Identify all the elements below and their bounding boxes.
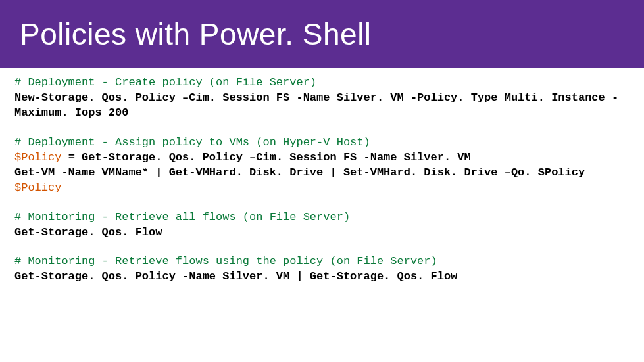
code-line: Get-Storage. Qos. Policy -Name Silver. V… bbox=[14, 269, 630, 284]
code-line: Get-Storage. Qos. Flow bbox=[14, 225, 630, 240]
variable-text: $Policy bbox=[14, 151, 68, 164]
code-line: $Policy = Get-Storage. Qos. Policy –Cim.… bbox=[14, 150, 630, 166]
variable-text: $Policy bbox=[14, 181, 61, 194]
slide-header: Policies with Power. Shell bbox=[0, 0, 644, 68]
command-text: Get-VM -Name VMName* | Get-VMHard. Disk.… bbox=[14, 166, 591, 179]
command-text: New-Storage. Qos. Policy –Cim. Session F… bbox=[14, 91, 618, 119]
code-block-4: # Monitoring - Retrieve flows using the … bbox=[14, 254, 630, 284]
code-line: New-Storage. Qos. Policy –Cim. Session F… bbox=[14, 91, 630, 121]
comment-line: # Deployment - Assign policy to VMs (on … bbox=[14, 135, 630, 150]
comment-line: # Monitoring - Retrieve flows using the … bbox=[14, 254, 630, 269]
code-block-2: # Deployment - Assign policy to VMs (on … bbox=[14, 135, 630, 196]
code-block-1: # Deployment - Create policy (on File Se… bbox=[14, 76, 630, 121]
comment-line: # Deployment - Create policy (on File Se… bbox=[14, 76, 630, 91]
command-text: Get-Storage. Qos. Flow bbox=[14, 226, 162, 238]
command-text: Get-Storage. Qos. Policy -Name Silver. V… bbox=[14, 270, 457, 283]
code-content: # Deployment - Create policy (on File Se… bbox=[0, 68, 644, 307]
slide-title: Policies with Power. Shell bbox=[20, 16, 372, 52]
code-block-3: # Monitoring - Retrieve all flows (on Fi… bbox=[14, 210, 630, 240]
code-line: Get-VM -Name VMName* | Get-VMHard. Disk.… bbox=[14, 166, 630, 196]
command-text: = Get-Storage. Qos. Policy –Cim. Session… bbox=[68, 151, 471, 164]
comment-line: # Monitoring - Retrieve all flows (on Fi… bbox=[14, 210, 630, 225]
